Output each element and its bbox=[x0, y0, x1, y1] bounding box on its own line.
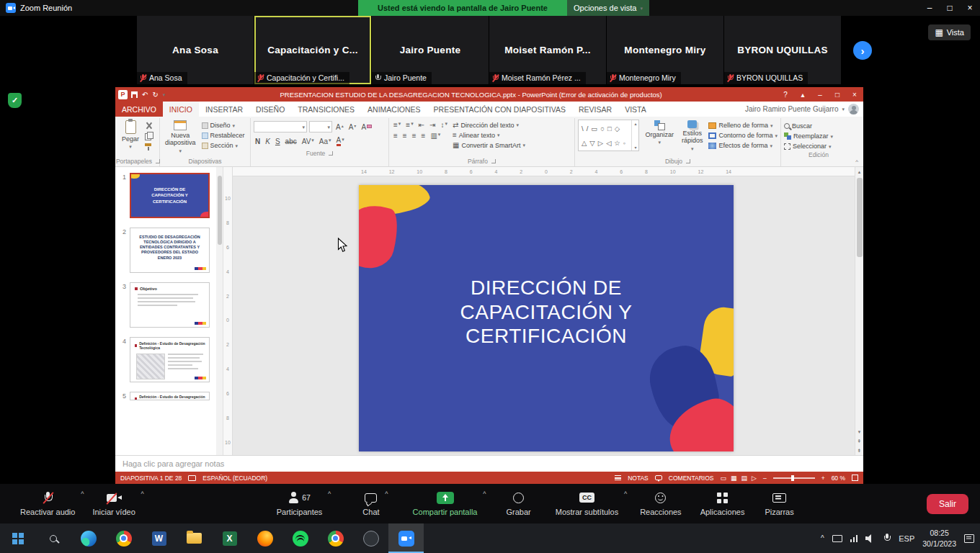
replace-button[interactable]: Reemplazar▾ bbox=[784, 132, 853, 140]
scrollbar-thumb[interactable] bbox=[857, 178, 863, 257]
ppt-restore-button[interactable]: □ bbox=[829, 87, 846, 102]
taskbar-word[interactable]: W bbox=[141, 523, 177, 553]
notification-center-icon[interactable] bbox=[964, 534, 974, 543]
font-size-combo[interactable]: ▾ bbox=[309, 121, 332, 132]
next-participants-button[interactable]: › bbox=[853, 41, 872, 60]
leave-meeting-button[interactable]: Salir bbox=[927, 494, 968, 514]
tab-animaciones[interactable]: ANIMACIONES bbox=[361, 102, 427, 117]
reactions-button[interactable]: Reacciones bbox=[634, 484, 687, 523]
customize-qat-icon[interactable]: ▾ bbox=[163, 92, 166, 97]
tab-vista[interactable]: VISTA bbox=[618, 102, 653, 117]
close-button[interactable]: × bbox=[960, 0, 980, 16]
shapes-gallery-scrollbar[interactable]: ▴ ▾ bbox=[631, 120, 638, 150]
help-button[interactable]: ? bbox=[777, 87, 794, 102]
tab-insertar[interactable]: INSERTAR bbox=[199, 102, 249, 117]
current-slide[interactable]: DIRECCIÓN DE CAPACITACIÓN Y CERTIFICACIÓ… bbox=[359, 185, 734, 451]
cut-icon[interactable] bbox=[145, 122, 152, 129]
hidden-icons-chevron-icon[interactable]: ^ bbox=[821, 534, 824, 542]
taskbar-firefox[interactable] bbox=[247, 523, 282, 553]
align-text-button[interactable]: ≡Alinear texto▾ bbox=[453, 131, 525, 139]
start-button[interactable] bbox=[0, 523, 35, 553]
participants-button[interactable]: 67 Participantes ^ bbox=[271, 484, 329, 523]
participant-tile[interactable]: Ana Sosa Ana Sosa bbox=[137, 16, 254, 84]
captions-button[interactable]: CC Mostrar subtítulos ^ bbox=[550, 484, 624, 523]
slide-thumbnail-3[interactable]: Objetivo bbox=[130, 282, 210, 328]
align-left-icon[interactable]: ≡ bbox=[392, 132, 399, 140]
language-label[interactable]: ESPAÑOL (ECUADOR) bbox=[202, 475, 267, 482]
next-slide-button[interactable]: ⇟ bbox=[855, 446, 864, 455]
reading-view-icon[interactable]: ▤ bbox=[741, 475, 747, 482]
align-center-icon[interactable]: ≡ bbox=[401, 132, 409, 140]
taskbar-edge[interactable] bbox=[71, 523, 106, 553]
account-menu[interactable]: Jairo Ramiro Puente Guijarro ▾ bbox=[745, 102, 863, 117]
shapes-gallery[interactable]: \ / ▭ ○ □ ◇ △ ▽ ▷ ◁ ☆ ◦ bbox=[578, 120, 639, 151]
strikethrough-button[interactable]: abc bbox=[284, 138, 298, 145]
slide-scrollbar[interactable]: ▴ ▾ ⇞ ⇟ bbox=[855, 167, 863, 455]
captions-chevron-icon[interactable]: ^ bbox=[624, 490, 627, 498]
font-name-combo[interactable]: ▾ bbox=[254, 121, 307, 132]
copy-icon[interactable] bbox=[145, 132, 153, 140]
shape-outline-button[interactable]: Contorno de forma▾ bbox=[708, 132, 778, 139]
slide-thumbnail-1[interactable]: DIRECCIÓN DE CAPACITACIÓN Y CERTIFICACIÓ… bbox=[130, 173, 210, 218]
minimize-button[interactable]: – bbox=[919, 0, 940, 16]
slide-thumbnail-5[interactable]: Definición - Estudio de Desagregación Te… bbox=[130, 392, 210, 400]
character-spacing-button[interactable]: AV▾ bbox=[300, 138, 316, 145]
zoom-out-icon[interactable]: – bbox=[763, 475, 767, 482]
shape-fill-button[interactable]: Relleno de forma▾ bbox=[708, 122, 778, 129]
collapse-ribbon-icon[interactable]: ^ bbox=[855, 158, 858, 165]
tab-archivo[interactable]: ARCHIVO bbox=[115, 102, 163, 117]
ppt-minimize-button[interactable]: – bbox=[811, 87, 829, 102]
bullets-button[interactable]: ≡▾ bbox=[392, 121, 402, 129]
reset-button[interactable]: Restablecer bbox=[202, 132, 245, 139]
line-spacing-button[interactable]: ↕▾ bbox=[440, 121, 450, 129]
whiteboards-button[interactable]: Pizarras bbox=[759, 484, 799, 523]
record-button[interactable]: Grabar bbox=[500, 484, 536, 523]
redo-icon[interactable]: ↻ bbox=[152, 91, 158, 99]
find-button[interactable]: Buscar bbox=[784, 122, 853, 130]
notes-pane[interactable]: Haga clic para agregar notas bbox=[115, 455, 863, 472]
save-icon[interactable] bbox=[131, 91, 138, 98]
taskbar-zoom-meeting[interactable] bbox=[388, 523, 424, 553]
video-options-chevron-icon[interactable]: ^ bbox=[141, 490, 144, 498]
taskbar-file-explorer[interactable] bbox=[177, 523, 212, 553]
gallery-view-button[interactable]: ▦ Vista bbox=[928, 24, 971, 40]
thumbnail-scrollbar[interactable] bbox=[216, 167, 223, 455]
tab-presentacion[interactable]: PRESENTACIÓN CON DIAPOSITIVAS bbox=[427, 102, 572, 117]
text-direction-button[interactable]: ⇄Dirección del texto▾ bbox=[453, 121, 525, 129]
layout-button[interactable]: Diseño▾ bbox=[202, 122, 245, 129]
dialog-launcher-icon[interactable] bbox=[329, 151, 333, 156]
normal-view-icon[interactable]: ▭ bbox=[720, 475, 726, 482]
slide-title-text[interactable]: DIRECCIÓN DE CAPACITACIÓN Y CERTIFICACIÓ… bbox=[398, 276, 694, 349]
convert-smartart-button[interactable]: ▦Convertir a SmartArt▾ bbox=[453, 141, 525, 149]
dialog-launcher-icon[interactable] bbox=[491, 159, 496, 163]
share-chevron-icon[interactable]: ^ bbox=[483, 490, 486, 498]
zoom-slider[interactable] bbox=[773, 477, 815, 479]
undo-icon[interactable]: ↶ bbox=[142, 91, 148, 99]
scroll-down-icon[interactable]: ▾ bbox=[855, 427, 864, 436]
slideshow-view-icon[interactable]: ▷ bbox=[752, 475, 757, 482]
view-options-button[interactable]: Opciones de vista ▾ bbox=[567, 0, 649, 16]
chat-button[interactable]: Chat ^ bbox=[357, 484, 385, 523]
maximize-button[interactable]: □ bbox=[940, 0, 960, 16]
previous-slide-button[interactable]: ⇞ bbox=[855, 436, 864, 446]
language-indicator[interactable]: ESP bbox=[899, 534, 914, 543]
dialog-launcher-icon[interactable] bbox=[686, 159, 690, 163]
slide-thumbnail-2[interactable]: ESTUDIO DE DESAGREGACIÓN TECNOLÓGICA DIR… bbox=[130, 228, 210, 273]
scroll-down-icon[interactable]: ▾ bbox=[634, 145, 636, 150]
slide-sorter-view-icon[interactable]: ▦ bbox=[731, 475, 737, 482]
paste-button[interactable]: Pegar ▾ bbox=[120, 120, 141, 150]
ribbon-options-button[interactable]: ▴ bbox=[794, 87, 811, 102]
select-button[interactable]: Seleccionar▾ bbox=[784, 143, 853, 150]
tab-revisar[interactable]: REVISAR bbox=[572, 102, 618, 117]
network-tray-icon[interactable] bbox=[850, 535, 858, 542]
grow-font-button[interactable]: A▴ bbox=[334, 123, 345, 131]
new-slide-button[interactable]: Nueva diapositiva ▾ bbox=[163, 120, 198, 154]
taskbar-search-button[interactable] bbox=[35, 523, 71, 553]
tab-diseno[interactable]: DISEÑO bbox=[249, 102, 291, 117]
mic-tray-icon[interactable] bbox=[883, 534, 891, 543]
zoom-slider-thumb[interactable] bbox=[791, 475, 794, 481]
section-button[interactable]: Sección▾ bbox=[202, 142, 245, 149]
zoom-percentage[interactable]: 60 % bbox=[832, 475, 845, 482]
format-painter-icon[interactable] bbox=[145, 143, 153, 150]
shrink-font-button[interactable]: A▾ bbox=[347, 123, 358, 131]
